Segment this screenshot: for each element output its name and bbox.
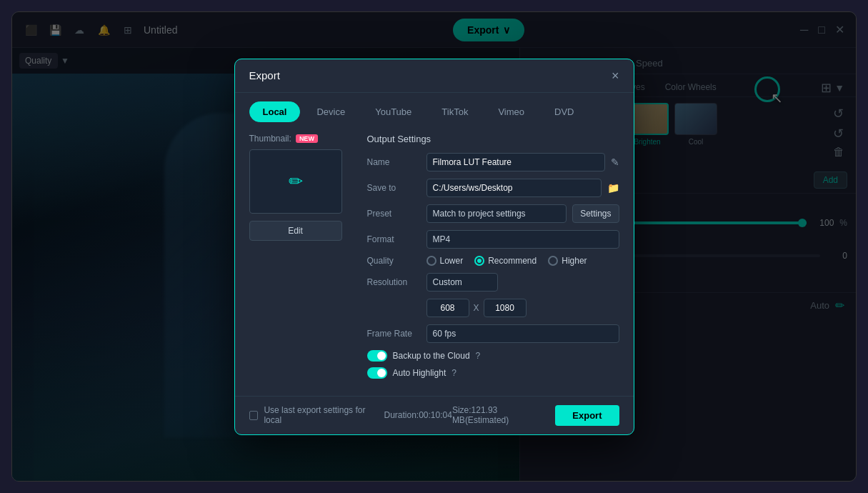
format-row: Format MP4 (367, 230, 619, 249)
modal-tab-vimeo[interactable]: Vimeo (484, 101, 538, 122)
thumbnail-section: Thumbnail: NEW ✏ Edit (249, 134, 353, 384)
modal-overlay: Export × Local Device YouTube TikTok Vim… (12, 12, 856, 481)
radio-dot (477, 259, 482, 263)
width-input[interactable] (426, 299, 469, 317)
new-badge: NEW (296, 134, 318, 143)
output-settings: Output Settings Name ✎ Save to 📁 (367, 134, 619, 384)
name-label: Name (367, 157, 421, 167)
modal-tab-local[interactable]: Local (249, 101, 301, 122)
footer-duration: Duration:00:10:04 (384, 410, 452, 420)
radio-recommend (474, 256, 484, 266)
modal-tabs: Local Device YouTube TikTok Vimeo DVD (235, 93, 634, 122)
auto-highlight-label: Auto Highlight (393, 368, 447, 378)
modal-tab-dvd[interactable]: DVD (541, 101, 587, 122)
folder-icon[interactable]: 📁 (607, 182, 619, 194)
preset-select[interactable]: Match to project settings (426, 204, 567, 223)
footer-size: Size:121.93 MB(Estimated) (452, 405, 555, 425)
thumbnail-box: ✏ (249, 149, 342, 214)
auto-highlight-help-icon[interactable]: ? (452, 368, 457, 378)
settings-button[interactable]: Settings (572, 204, 619, 223)
quality-higher[interactable]: Higher (548, 256, 587, 266)
higher-label: Higher (562, 256, 587, 266)
preset-row: Preset Match to project settings Setting… (367, 204, 619, 223)
resolution-select[interactable]: Custom (426, 273, 498, 292)
modal-tab-tiktok[interactable]: TikTok (428, 101, 482, 122)
backup-label: Backup to the Cloud (393, 351, 470, 361)
thumbnail-edit-button[interactable]: Edit (249, 221, 342, 241)
quality-lower[interactable]: Lower (426, 256, 464, 266)
frame-rate-select[interactable]: 60 fps (426, 324, 619, 343)
quality-row: Quality Lower Recommend (367, 256, 619, 266)
frame-rate-label: Frame Rate (367, 329, 421, 339)
modal-export-button[interactable]: Export (555, 405, 619, 426)
auto-highlight-row: Auto Highlight ? (367, 367, 619, 379)
modal-body: Thumbnail: NEW ✏ Edit Output Settings Na… (235, 122, 634, 396)
modal-close-button[interactable]: × (612, 69, 619, 82)
name-row: Name ✎ (367, 153, 619, 171)
backup-help-icon[interactable]: ? (476, 351, 481, 361)
rename-icon[interactable]: ✎ (611, 156, 619, 168)
resolution-row: Resolution Custom (367, 273, 619, 292)
modal-tab-youtube[interactable]: YouTube (361, 101, 425, 122)
dimensions-inputs: X (426, 299, 527, 317)
preset-label: Preset (367, 209, 421, 219)
dim-separator: X (474, 303, 479, 313)
frame-rate-row: Frame Rate 60 fps (367, 324, 619, 343)
quality-options: Lower Recommend Higher (426, 256, 587, 266)
app-window: ⬛ 💾 ☁ 🔔 ⊞ Untitled Export ∨ ─ □ ✕ Qualit… (11, 11, 857, 482)
footer-left: Use last export settings for local (249, 405, 384, 425)
save-to-row: Save to 📁 (367, 179, 619, 197)
format-label: Format (367, 234, 421, 244)
save-to-label: Save to (367, 183, 421, 193)
backup-row: Backup to the Cloud ? (367, 350, 619, 362)
name-input[interactable] (426, 153, 605, 171)
quality-form-label: Quality (367, 256, 421, 266)
thumbnail-label: Thumbnail: NEW (249, 134, 353, 144)
dimensions-row: X (367, 299, 619, 317)
export-modal: Export × Local Device YouTube TikTok Vim… (234, 59, 634, 435)
modal-header: Export × (235, 59, 634, 93)
modal-footer: Use last export settings for local Durat… (235, 396, 634, 434)
output-settings-title: Output Settings (367, 134, 619, 144)
pencil-icon: ✏ (289, 171, 303, 191)
auto-highlight-toggle[interactable] (367, 367, 387, 379)
modal-title: Export (249, 69, 280, 81)
radio-lower (426, 256, 437, 266)
use-last-label: Use last export settings for local (264, 405, 384, 425)
save-to-input[interactable] (426, 179, 602, 197)
format-select[interactable]: MP4 (426, 230, 619, 249)
modal-tab-device[interactable]: Device (303, 101, 359, 122)
lower-label: Lower (440, 256, 464, 266)
resolution-label: Resolution (367, 277, 421, 287)
quality-recommend[interactable]: Recommend (474, 256, 537, 266)
backup-toggle[interactable] (367, 350, 387, 362)
radio-higher (548, 256, 558, 266)
use-last-settings-checkbox[interactable] (249, 411, 259, 420)
recommend-label: Recommend (488, 256, 537, 266)
height-input[interactable] (484, 299, 527, 317)
